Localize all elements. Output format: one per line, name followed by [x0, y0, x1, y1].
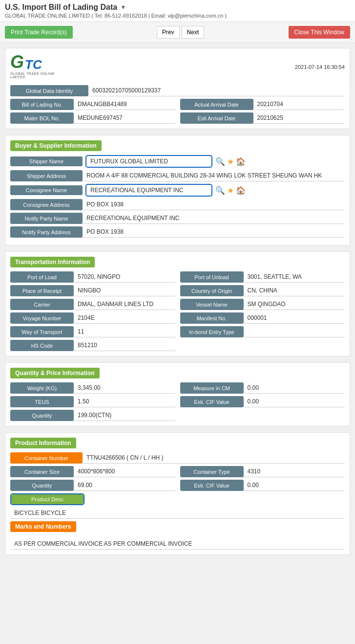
next-button[interactable]: Next: [182, 26, 205, 39]
teus-label: TEUS: [10, 396, 74, 407]
port-of-load-label: Port of Load: [10, 271, 74, 283]
print-button[interactable]: Print Trade Record(s): [5, 26, 73, 39]
notify-party-address-value: PO BOX 1938: [83, 226, 345, 238]
logo-tc: TC: [25, 58, 42, 71]
close-button[interactable]: Close This Window: [289, 26, 350, 39]
product-card: Product Information Container Number TTN…: [5, 432, 350, 555]
datetime: 2021-07-14 16:30:54: [295, 64, 345, 70]
product-desc-label: Product Desc: [11, 494, 84, 504]
in-bond-value: [244, 326, 345, 337]
bill-of-lading-value: DMALNGBB41489: [74, 99, 175, 110]
consignee-name-label: Consignee Name: [10, 185, 83, 195]
product-desc-text: BICYCLE BICYCLE: [10, 508, 345, 519]
carrier-value: DMAL, DANMAR LINES LTD: [74, 299, 175, 310]
weight-label: Weight (KG): [10, 382, 74, 394]
manifest-no-value: 000001: [244, 312, 345, 324]
container-size-label: Container Size: [10, 466, 74, 477]
in-bond-label: In-bond Entry Type: [180, 326, 244, 337]
measure-value: 0.00: [244, 382, 345, 394]
consignee-icons: 🔍 ★ 🏠: [215, 185, 246, 196]
weight-value: 3,345.00: [74, 382, 175, 394]
notify-party-name-value: RECREATIONAL EQUIPMENT INC: [83, 213, 345, 224]
vessel-name-value: SM QINGDAO: [244, 299, 345, 310]
product-esti-cif-label: Esti. CIF Value: [180, 480, 244, 491]
manifest-no-label: Manifest No.: [180, 312, 244, 324]
logo-g: G: [10, 53, 24, 71]
star-icon[interactable]: ★: [227, 157, 234, 166]
toolbar: Print Trade Record(s) Prev Next Close Th…: [0, 22, 355, 43]
nav-buttons: Prev Next: [157, 26, 204, 39]
buyer-supplier-title: Buyer & Supplier Information: [10, 140, 345, 155]
shipper-address-row: Shipper Address ROOM A 4/F 88 COMMERCIAL…: [10, 170, 345, 181]
notify-party-name-label: Notify Party Name: [10, 213, 83, 224]
company-logo: G TC GLOBAL TRADE ONLINE LIMITED: [10, 53, 69, 80]
global-id-row: Global Data Identity 6003202107050001293…: [10, 85, 345, 96]
esti-arrival-value: 20210625: [253, 112, 345, 124]
esti-cif-label: Esti. CIF Value: [180, 396, 244, 407]
search-icon[interactable]: 🔍: [215, 157, 225, 166]
consignee-address-value: PO BOX 1938: [83, 199, 345, 210]
subtitle-text: GLOBAL TRADE ONLINE LIMITED ( Tel: 86-51…: [5, 13, 350, 19]
mater-bol-value: MEDUNE697457: [74, 112, 175, 124]
buyer-supplier-card: Buyer & Supplier Information Shipper Nam…: [5, 135, 350, 245]
country-of-origin-value: CN, CHINA: [244, 285, 345, 296]
way-of-transport-value: 11: [74, 326, 175, 337]
shipper-name-label: Shipper Name: [10, 156, 83, 166]
container-number-value: TTNU4266506 ( CN / L / HH ): [83, 452, 345, 464]
actual-arrival-value: 20210704: [253, 99, 345, 110]
star-icon[interactable]: ★: [227, 186, 234, 195]
product-esti-cif-value: 0.00: [244, 480, 345, 491]
hs-code-label: HS Code: [10, 340, 74, 351]
marks-value: AS PER COMMERCIAL INVOICE AS PER COMMERC…: [10, 538, 345, 550]
quantity-price-title: Quantity & Price Information: [10, 368, 345, 382]
shipper-address-label: Shipper Address: [10, 170, 83, 181]
container-number-label: Container Number: [10, 452, 83, 464]
vessel-name-label: Vessel Name: [180, 299, 244, 310]
hs-code-value: 851210: [74, 340, 175, 351]
transportation-title: Transportation Information: [10, 257, 345, 271]
port-of-load-value: 57020, NINGPO: [74, 271, 175, 283]
esti-cif-value: 0.00: [244, 396, 345, 407]
home-icon[interactable]: 🏠: [236, 186, 246, 195]
prev-button[interactable]: Prev: [157, 26, 180, 39]
global-id-value: 600320210705000129337: [88, 85, 345, 96]
dropdown-icon[interactable]: ▼: [120, 4, 126, 11]
search-icon[interactable]: 🔍: [215, 186, 225, 195]
product-title: Product Information: [10, 438, 345, 452]
transportation-card: Transportation Information Port of Load …: [5, 251, 350, 356]
container-type-value: 4310: [244, 466, 345, 477]
consignee-address-label: Consignee Address: [10, 199, 83, 210]
actual-arrival-label: Actual Arrival Date: [180, 99, 253, 110]
bill-of-lading-label: Bill of Lading No.: [10, 99, 74, 110]
container-size-value: 4000*806*800: [74, 466, 175, 477]
shipper-address-value: ROOM A 4/F 88 COMMERCIAL BUILDING 28-34 …: [83, 170, 345, 181]
consignee-name-value: RECREATIONAL EQUIPMENT INC: [86, 185, 211, 196]
quantity-label: Quantity: [10, 410, 74, 421]
home-icon[interactable]: 🏠: [236, 157, 246, 166]
quantity-price-card: Quantity & Price Information Weight (KG)…: [5, 362, 350, 426]
measure-label: Measure in CM: [180, 382, 244, 394]
voyage-number-value: 2104E: [74, 312, 175, 324]
consignee-address-row: Consignee Address PO BOX 1938: [10, 199, 345, 210]
port-of-unload-value: 3001, SEATTLE, WA: [244, 271, 345, 283]
notify-party-address-label: Notify Party Address: [10, 226, 83, 238]
esti-arrival-label: Esti Arrival Date: [180, 112, 253, 124]
shipper-name-value: FUTURUX GLOBAL LIMITED: [86, 156, 211, 167]
shipper-icons: 🔍 ★ 🏠: [215, 156, 246, 167]
page-title: U.S. Import Bill of Lading Data ▼: [5, 3, 350, 12]
notify-party-name-row: Notify Party Name RECREATIONAL EQUIPMENT…: [10, 213, 345, 224]
container-type-label: Container Type: [180, 466, 244, 477]
notify-party-address-row: Notify Party Address PO BOX 1938: [10, 226, 345, 238]
product-quantity-label: Quantity: [10, 480, 74, 491]
port-of-unload-label: Port of Unload: [180, 271, 244, 283]
product-quantity-value: 69.00: [74, 480, 175, 491]
top-bar: U.S. Import Bill of Lading Data ▼ GLOBAL…: [0, 0, 355, 22]
mater-bol-label: Mater BOL No.: [10, 112, 74, 124]
place-of-receipt-value: NINGBO: [74, 285, 175, 296]
main-content: G TC GLOBAL TRADE ONLINE LIMITED 2021-07…: [0, 43, 355, 566]
country-of-origin-label: Country of Origin: [180, 285, 244, 296]
logo-company-name: GLOBAL TRADE ONLINE LIMITED: [10, 72, 69, 79]
global-id-label: Global Data Identity: [10, 85, 88, 96]
identity-card: G TC GLOBAL TRADE ONLINE LIMITED 2021-07…: [5, 48, 350, 129]
marks-label: Marks and Numbers: [10, 521, 76, 532]
